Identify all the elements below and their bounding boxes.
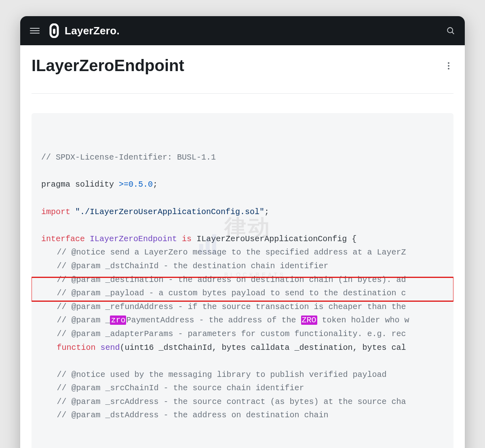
page-frame: LayerZero. ILayerZeroEndpoint 律动 BLOCKBE…	[20, 16, 465, 448]
topbar: LayerZero.	[20, 16, 465, 45]
code-line: // @param _srcAddress - the source contr…	[57, 397, 406, 406]
code-line: // SPDX-License-Identifier: BUSL-1.1	[41, 153, 216, 162]
code-line-highlighted: // @param _zroPaymentAddress - the addre…	[57, 315, 409, 325]
highlight-ZRO: ZRO	[301, 315, 317, 325]
code-line: function send(uint16 _dstChainId, bytes …	[57, 343, 406, 352]
code-line: pragma solidity >=0.5.0;	[41, 180, 158, 189]
svg-rect-1	[53, 29, 55, 34]
search-icon[interactable]	[446, 26, 455, 35]
page-header: ILayerZeroEndpoint	[32, 57, 453, 94]
code-line: // @param _payload - a custom bytes payl…	[57, 288, 406, 298]
page-title: ILayerZeroEndpoint	[32, 57, 184, 75]
brand: LayerZero.	[48, 23, 120, 38]
page-body: ILayerZeroEndpoint 律动 BLOCKBEATS // SPDX…	[20, 45, 465, 448]
code-line: interface ILayerZeroEndpoint is ILayerZe…	[41, 234, 356, 244]
kebab-menu-icon[interactable]	[444, 59, 453, 73]
code-line: // @param _adapterParams - parameters fo…	[57, 329, 406, 339]
code-line: // @param _srcChainId - the source chain…	[57, 383, 304, 393]
code-line: // @param _dstAddress - the address on d…	[57, 410, 328, 420]
svg-point-2	[447, 27, 453, 33]
code-line: // @notice used by the messaging library…	[57, 370, 386, 379]
code-line: // @param _refundAddress - if the source…	[57, 302, 406, 311]
code-line: // @notice send a LayerZero message to t…	[57, 248, 406, 257]
svg-line-3	[452, 32, 454, 34]
layerzero-logo-icon	[48, 23, 60, 38]
highlight-zro: zro	[110, 315, 126, 325]
code-line: // @param _dstChainId - the destination …	[57, 261, 328, 271]
code-line: // @param _destination - the address on …	[57, 275, 406, 284]
hamburger-menu-icon[interactable]	[30, 28, 40, 34]
brand-text: LayerZero.	[65, 25, 120, 37]
code-line: import "./ILayerZeroUserApplicationConfi…	[41, 207, 269, 217]
code-block: 律动 BLOCKBEATS // SPDX-License-Identifier…	[32, 113, 453, 448]
